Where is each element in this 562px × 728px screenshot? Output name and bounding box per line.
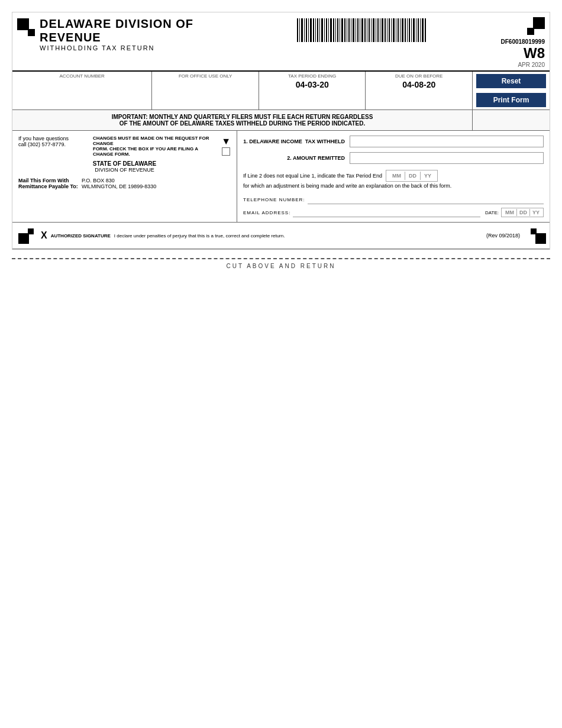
adjustment-date-box: MM DD YY [386,170,438,182]
corner-tr [526,17,545,36]
svg-rect-7 [313,18,314,42]
svg-rect-38 [382,18,383,42]
mail-labels: Mail This Form With Remittance Payable T… [18,178,78,189]
adj-dd: DD [405,173,420,179]
down-arrow-icon: ▼ [221,137,231,146]
month-year: APR 2020 [518,62,545,68]
questions-text: If you have questions [18,136,89,141]
changes-line1: CHANGES MUST BE MADE ON THE REQUEST FOR … [93,136,218,146]
state-name: STATE OF DELAWARE [18,160,231,167]
office-use-label: FOR OFFICE USE ONLY [156,73,255,79]
svg-rect-25 [353,18,354,42]
po-box: P.O. BOX 830 [82,178,156,183]
svg-rect-17 [335,18,336,42]
line1-input[interactable] [350,136,544,147]
line1-label: 1. DELAWARE INCOME TAX WITHHELD [243,138,350,144]
phone-label: call (302) 577-8779. [18,141,89,147]
date-box: MM DD YY [501,208,544,217]
svg-rect-44 [396,18,396,42]
tax-period-label: TAX PERIOD ENDING [263,73,362,79]
change-checkbox[interactable] [222,147,230,156]
title-block: DELAWARE DIVISION OF REVENUE WITHHOLDING… [40,17,254,51]
svg-rect-15 [330,18,332,42]
svg-rect-51 [411,18,412,42]
svg-rect-42 [391,18,392,42]
remit-label: Remittance Payable To: [18,183,78,189]
svg-rect-31 [367,18,367,42]
office-use-cell: FOR OFFICE USE ONLY [152,72,259,109]
svg-rect-19 [340,18,340,42]
svg-rect-50 [409,18,410,42]
svg-rect-29 [361,18,363,42]
tel-label: TELEPHONE NUMBER: [243,197,305,202]
buttons-cell: Reset Print Form [473,72,550,109]
notice-btn-spacer [473,110,550,130]
sig-content: AUTHORIZED SIGNATURE I declare under pen… [51,233,285,239]
line2-label: 2. AMOUNT REMITTED [243,155,350,161]
svg-rect-36 [377,18,379,42]
email-input[interactable] [293,208,480,217]
svg-rect-56 [422,18,424,42]
barcode-area [254,17,468,43]
svg-rect-23 [348,18,350,42]
page-wrapper: DELAWARE DIVISION OF REVENUE WITHHOLDING… [0,0,562,728]
print-form-button[interactable]: Print Form [476,93,546,107]
left-section: If you have questions call (302) 577-877… [12,131,237,222]
svg-rect-54 [418,18,419,42]
date-label: DATE: [485,210,499,215]
svg-rect-0 [297,18,298,42]
svg-rect-13 [326,18,327,42]
account-number-label: ACCOUNT NUMBER [16,73,148,79]
svg-rect-26 [356,18,356,42]
svg-rect-34 [373,18,374,42]
svg-rect-43 [393,18,395,42]
notice-line2: OF THE AMOUNT OF DELAWARE TAXES WITHHELD… [18,120,466,127]
svg-rect-47 [402,18,403,42]
svg-rect-27 [357,18,358,42]
svg-rect-12 [324,18,325,42]
signature-row: X AUTHORIZED SIGNATURE I declare under p… [12,223,550,249]
reset-button[interactable]: Reset [476,74,546,88]
tax-period-value: 04-03-20 [263,79,362,91]
due-date-cell: DUE ON OR BEFORE 04-08-20 [366,72,473,109]
notice-line1: IMPORTANT: MONTHLY AND QUARTERLY FILERS … [18,114,466,120]
svg-rect-24 [351,18,351,42]
main-body-row: If you have questions call (302) 577-877… [12,131,550,223]
adj-yy: YY [421,173,435,179]
svg-rect-49 [407,18,408,42]
svg-rect-14 [328,18,329,42]
svg-rect-40 [387,18,387,42]
barcode-svg [296,17,426,43]
svg-rect-4 [306,18,307,42]
svg-rect-33 [371,18,372,42]
svg-rect-8 [315,18,316,42]
tel-input[interactable] [308,195,544,204]
address-details: P.O. BOX 830 WILMINGTON, DE 19899-8330 [82,178,156,189]
contact-row: If you have questions call (302) 577-877… [18,136,231,157]
date-mm: MM [503,210,516,215]
svg-rect-45 [398,18,399,42]
form-container: DELAWARE DIVISION OF REVENUE WITHHOLDING… [12,12,550,250]
mail-block: Mail This Form With Remittance Payable T… [18,178,231,189]
account-number-cell: ACCOUNT NUMBER [12,72,152,109]
svg-rect-52 [413,18,415,42]
right-header: DF60018019999 W8 APR 2020 [468,17,545,70]
svg-rect-30 [364,18,366,42]
city-state: WILMINGTON, DE 19899-8330 [82,183,156,189]
svg-rect-21 [344,18,345,42]
notice-text: IMPORTANT: MONTHLY AND QUARTERLY FILERS … [12,110,473,130]
questions-col: If you have questions call (302) 577-877… [18,136,89,157]
line2-input[interactable] [350,152,544,164]
adjustment-text2: for which an adjustment is being made an… [243,183,544,189]
svg-rect-48 [405,18,406,42]
corner-br [529,227,546,244]
svg-rect-5 [308,18,309,42]
due-value: 04-08-20 [369,79,469,91]
email-row: EMAIL ADDRESS: DATE: MM DD YY [243,208,544,217]
sig-x: X [41,230,47,241]
period-code: W8 [524,45,545,62]
svg-rect-32 [369,18,370,42]
due-label: DUE ON OR BEFORE [369,73,469,79]
svg-rect-46 [400,18,400,42]
svg-rect-35 [376,18,376,42]
